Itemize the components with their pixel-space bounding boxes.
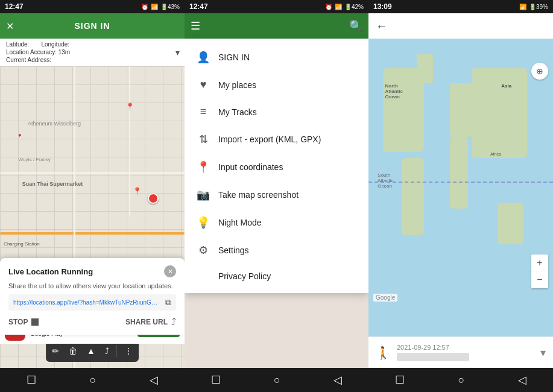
input-coords-label: Input coordinates: [218, 162, 283, 172]
time-1: 12:47: [5, 2, 24, 11]
menu-item-sign-in[interactable]: 👤 SIGN IN: [185, 43, 368, 71]
latitude-label: Latitude:: [6, 41, 29, 48]
zoom-in-3[interactable]: +: [531, 254, 548, 271]
trip-expand-icon[interactable]: ▾: [540, 346, 546, 359]
menu-item-night-mode[interactable]: 💡 Night Mode: [185, 209, 368, 236]
share-url-label: SHARE URL: [125, 318, 168, 326]
road-v2: [129, 66, 130, 217]
more-tool[interactable]: ⋮: [122, 344, 135, 358]
nav-back-2[interactable]: ◁: [324, 371, 352, 389]
accuracy-label: Location Accuracy:: [6, 49, 57, 55]
stop-button-area[interactable]: STOP: [8, 318, 39, 326]
copy-icon[interactable]: ⧉: [165, 297, 171, 308]
heart-pin: ♥: [19, 133, 22, 138]
pin-1: 📍: [125, 103, 134, 111]
search-icon-2[interactable]: 🔍: [349, 19, 362, 33]
dropdown-menu: 👤 SIGN IN ♥ My places ≡ My Tracks ⇅ Impo…: [185, 39, 368, 293]
location-info: Latitude: Longitude: Location Accuracy: …: [0, 39, 185, 66]
location-center-btn[interactable]: ⊕: [531, 63, 548, 80]
road-orange: [0, 232, 185, 235]
toolbar-divider: [116, 345, 117, 357]
label-north-atlantic: NorthAtlanticOcean: [385, 83, 403, 100]
zoom-controls-3: + −: [531, 254, 548, 288]
nav-circle-3[interactable]: ○: [449, 371, 475, 389]
hamburger-icon[interactable]: ☰: [191, 19, 200, 33]
wifi-icon: 📶: [151, 4, 158, 10]
map-area-3[interactable]: NorthAtlanticOcean SouthAtlanticOcean As…: [368, 39, 553, 337]
menu-item-screenshot[interactable]: 📷 Take map screenshot: [185, 181, 368, 209]
trip-info: 2021-09-29 12:57: [397, 344, 534, 361]
trip-detail-blurred: [397, 353, 469, 361]
draw-tool[interactable]: ✏: [49, 344, 62, 358]
nav-square-2[interactable]: ☐: [201, 371, 230, 389]
settings-label: Settings: [218, 245, 249, 255]
stop-square-icon: [31, 318, 39, 326]
zoom-out-3[interactable]: −: [531, 271, 548, 288]
address-row: Current Address:: [6, 57, 179, 63]
battery-icon: 🔋43%: [160, 4, 180, 10]
delete-tool[interactable]: 🗑: [66, 344, 80, 358]
nav-square-1[interactable]: ☐: [17, 371, 46, 389]
privacy-label: Privacy Policy: [218, 271, 271, 281]
map-label-2: Wuyts / Franky: [19, 157, 51, 162]
menu-item-my-tracks[interactable]: ≡ My Tracks: [185, 98, 368, 125]
bottom-nav-1: ☐ ○ ◁: [0, 368, 185, 392]
accuracy-value: 13m: [58, 49, 70, 55]
nav-back-1[interactable]: ◁: [140, 371, 168, 389]
menu-item-my-places[interactable]: ♥ My places: [185, 71, 368, 98]
menu-item-input-coords[interactable]: 📍 Input coordinates: [185, 153, 368, 181]
share-tool[interactable]: ⤴: [103, 344, 112, 358]
continent-greenland: [417, 54, 434, 83]
continent-africa: [450, 137, 469, 209]
status-bar-2: 12:47 ⏰ 📶 🔋42%: [185, 0, 368, 13]
my-tracks-icon: ≡: [197, 106, 210, 118]
menu-item-privacy[interactable]: Privacy Policy: [185, 264, 368, 288]
wifi-icon-2: 📶: [335, 4, 342, 10]
live-panel-description: Share the url to allow others view your …: [8, 282, 176, 289]
longitude-label: Longitude:: [41, 41, 69, 48]
status-icons-3: 📶 🔋39%: [519, 4, 548, 10]
sign-in-label[interactable]: SIGN IN: [74, 21, 110, 31]
nav-circle-2[interactable]: ○: [264, 371, 290, 389]
time-2: 12:47: [189, 2, 208, 11]
import-export-label: Import - export (KML, GPX): [218, 134, 321, 144]
map-area-1[interactable]: Atheneum Wisselberg Wuyts / Franky Suan …: [0, 66, 185, 368]
continent-asia: [472, 68, 527, 157]
menu-item-import-export[interactable]: ⇅ Import - export (KML, GPX): [185, 125, 368, 153]
road-h1: [0, 172, 185, 174]
live-location-panel: Live Location Running ✕ Share the url to…: [0, 258, 185, 335]
night-mode-label: Night Mode: [218, 218, 262, 227]
pin-2: 📍: [133, 187, 142, 195]
screenshot-icon: 📷: [197, 188, 210, 201]
share-button-area[interactable]: SHARE URL ⤴: [125, 317, 176, 327]
equator-line: [368, 182, 553, 183]
panel-track-view: 13:09 📶 🔋39% ← NorthAtlantic: [368, 0, 553, 392]
expand-icon[interactable]: ▾: [175, 48, 180, 57]
nav-circle-1[interactable]: ○: [80, 371, 106, 389]
share-icon[interactable]: ⤴: [171, 317, 176, 327]
sign-in-icon: 👤: [197, 51, 210, 64]
nav-square-3[interactable]: ☐: [385, 371, 414, 389]
url-row: https://locations.app/live/?hash=MkkwTuN…: [8, 294, 176, 311]
sign-in-bar[interactable]: ✕ SIGN IN: [0, 13, 185, 39]
world-map: NorthAtlanticOcean SouthAtlanticOcean As…: [368, 39, 553, 337]
back-button[interactable]: ←: [376, 19, 388, 33]
live-panel-close[interactable]: ✕: [164, 265, 176, 277]
import-export-icon: ⇅: [197, 133, 210, 146]
continent-europe: [450, 83, 472, 137]
menu-item-settings[interactable]: ⚙ Settings: [185, 236, 368, 264]
settings-icon: ⚙: [197, 244, 210, 257]
navigate-tool[interactable]: ▲: [84, 344, 98, 358]
my-places-icon: ♥: [197, 78, 210, 91]
wifi-icon-3: 📶: [519, 4, 526, 10]
alarm-icon-2: ⏰: [325, 4, 332, 10]
nav-back-3[interactable]: ◁: [508, 371, 536, 389]
screenshot-label: Take map screenshot: [218, 190, 299, 200]
close-icon[interactable]: ✕: [6, 21, 14, 32]
continent-south-america: [402, 158, 424, 235]
address-label: Current Address:: [6, 57, 51, 63]
trip-datetime: 2021-09-29 12:57: [397, 344, 534, 351]
walk-icon: 🚶: [376, 346, 391, 360]
live-panel-header: Live Location Running ✕: [8, 265, 176, 277]
label-south-atlantic: SouthAtlanticOcean: [378, 172, 393, 189]
